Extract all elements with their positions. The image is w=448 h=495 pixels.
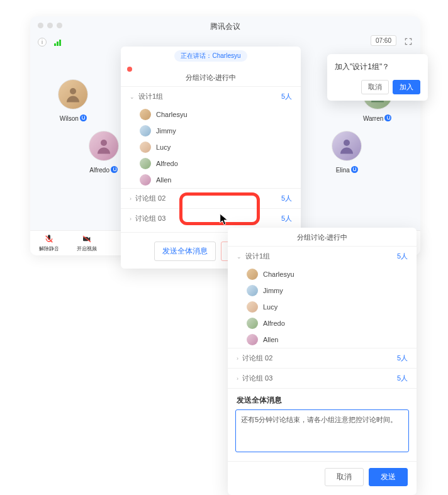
member-row[interactable]: Allen xyxy=(121,172,301,188)
avatar xyxy=(58,79,88,109)
record-icon xyxy=(127,67,132,72)
mic-icon xyxy=(384,114,391,121)
chevron-right-icon: › xyxy=(130,196,132,202)
cursor-icon xyxy=(219,213,230,226)
minimize-dot[interactable] xyxy=(47,23,53,28)
member-name: Allen xyxy=(156,176,171,184)
member-row[interactable]: Jimmy xyxy=(121,123,301,139)
participant-name: Elina xyxy=(336,167,350,174)
participant-tile[interactable]: Wilson xyxy=(45,79,101,123)
group-count: 5人 xyxy=(281,92,292,101)
member-name: Alfredo xyxy=(156,160,178,167)
group-name: 设计1组 xyxy=(138,92,163,101)
avatar-icon xyxy=(140,125,151,136)
member-name: Lucy xyxy=(263,303,277,311)
join-button[interactable]: 加入 xyxy=(393,80,420,94)
member-name: Lucy xyxy=(156,143,171,151)
dialog-text: 加入"设计1组"？ xyxy=(335,62,420,72)
group-header[interactable]: ⌄ 设计1组 5人 xyxy=(228,247,417,266)
member-row[interactable]: Alfredo xyxy=(121,155,301,172)
avatar-icon xyxy=(140,109,151,120)
cancel-button[interactable]: 取消 xyxy=(361,80,389,94)
join-group-dialog: 加入"设计1组"？ 取消 加入 xyxy=(327,54,428,101)
group-count: 5人 xyxy=(397,374,408,383)
group-header[interactable]: › 讨论组 02 5人 xyxy=(228,348,417,368)
participant-name: Wilson xyxy=(60,115,79,122)
avatar-icon xyxy=(247,334,258,345)
svg-point-0 xyxy=(70,88,76,94)
avatar-icon xyxy=(247,301,258,313)
mic-icon xyxy=(80,114,87,121)
member-name: Allen xyxy=(263,336,278,343)
group-header[interactable]: ⌄ 设计1组 5人 xyxy=(121,87,301,106)
chevron-right-icon: › xyxy=(130,216,132,222)
send-button[interactable]: 发送 xyxy=(369,468,408,486)
cancel-button[interactable]: 取消 xyxy=(325,468,364,486)
chevron-down-icon: ⌄ xyxy=(237,253,242,260)
member-name: Charlesyu xyxy=(156,111,188,118)
avatar-icon xyxy=(140,158,151,169)
member-row[interactable]: Charlesyu xyxy=(228,266,417,282)
member-name: Jimmy xyxy=(263,287,283,294)
group-name: 讨论组 03 xyxy=(242,374,272,383)
member-row[interactable]: Allen xyxy=(228,331,417,348)
avatar xyxy=(332,131,362,161)
group-count: 5人 xyxy=(281,194,292,203)
video-button[interactable]: 开启视频 xyxy=(68,231,106,255)
mic-icon xyxy=(111,166,118,173)
window-controls[interactable] xyxy=(38,23,62,28)
panel-title: 分组讨论-进行中 xyxy=(228,228,417,246)
group-header[interactable]: › 讨论组 03 5人 xyxy=(228,369,417,388)
speaking-prefix: 正在讲话： xyxy=(181,52,212,59)
group-header[interactable]: › 讨论组 03 5人 xyxy=(121,209,301,228)
window-title: 腾讯会议 xyxy=(30,16,420,32)
info-icon[interactable]: i xyxy=(38,38,47,47)
svg-point-5 xyxy=(344,140,350,146)
header-left-icons: i xyxy=(38,36,61,48)
broadcast-button[interactable]: 发送全体消息 xyxy=(154,242,216,261)
member-name: Charlesyu xyxy=(263,270,294,278)
group-name: 讨论组 02 xyxy=(242,353,272,363)
chevron-down-icon: ⌄ xyxy=(130,94,135,100)
participant-tile[interactable]: Elina xyxy=(318,131,375,175)
group-name: 讨论组 03 xyxy=(135,214,165,223)
avatar-icon xyxy=(247,285,258,296)
close-dot[interactable] xyxy=(38,23,43,28)
avatar-icon xyxy=(140,174,151,186)
meeting-timer: 07:60 xyxy=(371,35,396,46)
toolbar-label: 开启视频 xyxy=(77,245,97,252)
participant-name: Alfredo xyxy=(89,167,109,174)
member-name: Alfredo xyxy=(263,320,285,327)
avatar-icon xyxy=(140,142,151,153)
maximize-dot[interactable] xyxy=(57,23,62,28)
member-row[interactable]: Lucy xyxy=(121,139,301,155)
member-row[interactable]: Charlesyu xyxy=(121,106,301,123)
chevron-right-icon: › xyxy=(237,355,238,362)
avatar xyxy=(89,131,119,161)
signal-icon xyxy=(54,38,61,46)
broadcast-section-title: 发送全体消息 xyxy=(228,388,417,409)
participant-name: Warren xyxy=(363,115,383,122)
group-name: 设计1组 xyxy=(245,252,270,261)
mic-icon xyxy=(351,166,358,173)
fullscreen-icon[interactable] xyxy=(404,37,413,46)
member-name: Jimmy xyxy=(156,127,176,135)
chevron-right-icon: › xyxy=(237,375,238,382)
member-row[interactable]: Alfredo xyxy=(228,315,417,331)
toolbar-label: 解除静音 xyxy=(39,245,59,252)
group-header[interactable]: › 讨论组 02 5人 xyxy=(121,189,301,208)
group-count: 5人 xyxy=(397,353,408,363)
speaking-name: Charlesyu xyxy=(212,52,240,59)
group-count: 5人 xyxy=(397,252,408,261)
group-block: ⌄ 设计1组 5人 Charlesyu Jimmy Lucy Alfredo A… xyxy=(121,86,301,188)
member-row[interactable]: Jimmy xyxy=(228,282,417,299)
member-row[interactable]: Lucy xyxy=(228,299,417,315)
group-name: 讨论组 02 xyxy=(135,194,165,203)
avatar-icon xyxy=(247,318,258,329)
svg-point-4 xyxy=(101,140,107,146)
broadcast-message-input[interactable] xyxy=(235,409,409,452)
group-count: 5人 xyxy=(281,214,292,223)
speaking-indicator: 正在讲话：Charlesyu xyxy=(174,50,247,62)
panel-title: 分组讨论-进行中 xyxy=(121,73,301,86)
unmute-button[interactable]: 解除静音 xyxy=(30,231,68,255)
